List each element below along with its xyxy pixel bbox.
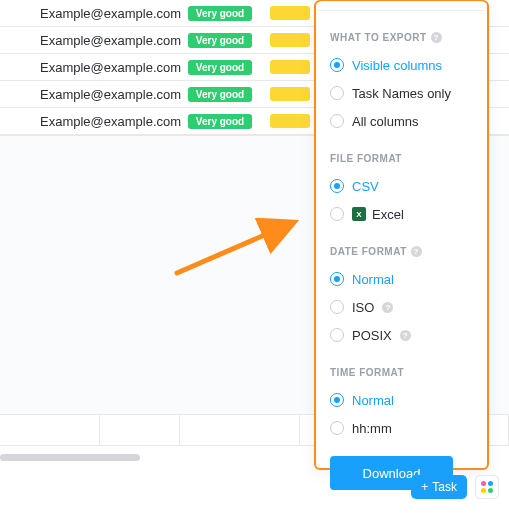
- panel-header-stub: [318, 1, 485, 11]
- radio-label: Excel: [372, 207, 404, 222]
- section-time-format: TIME FORMAT: [330, 367, 477, 378]
- cell-status: Very good: [175, 6, 265, 21]
- radio-label: ISO: [352, 300, 374, 315]
- cell-color: [270, 33, 310, 47]
- radio-icon: [330, 58, 344, 72]
- plus-icon: +: [421, 480, 428, 494]
- radio-icon: [330, 328, 344, 342]
- radio-visible-columns[interactable]: Visible columns: [330, 51, 477, 79]
- radio-icon: [330, 421, 344, 435]
- radio-label: hh:mm: [352, 421, 392, 436]
- radio-time-hhmm[interactable]: hh:mm: [330, 414, 477, 442]
- bottom-controls: + Task: [411, 475, 499, 499]
- section-date-format: DATE FORMAT ?: [330, 246, 477, 257]
- section-label-text: TIME FORMAT: [330, 367, 404, 378]
- radio-label: All columns: [352, 114, 418, 129]
- help-icon[interactable]: ?: [382, 302, 393, 313]
- cell-color: [270, 114, 310, 128]
- radio-label: Task Names only: [352, 86, 451, 101]
- section-label-text: DATE FORMAT: [330, 246, 407, 257]
- status-badge: Very good: [188, 60, 252, 75]
- radio-task-names-only[interactable]: Task Names only: [330, 79, 477, 107]
- footer-cell: [100, 414, 180, 446]
- cell-status: Very good: [175, 87, 265, 102]
- radio-icon: [330, 272, 344, 286]
- radio-label: CSV: [352, 179, 379, 194]
- cell-email[interactable]: Example@example.com: [0, 60, 175, 75]
- section-label-text: FILE FORMAT: [330, 153, 402, 164]
- radio-csv[interactable]: CSV: [330, 172, 477, 200]
- radio-icon: [330, 393, 344, 407]
- cell-email[interactable]: Example@example.com: [0, 33, 175, 48]
- radio-date-iso[interactable]: ISO ?: [330, 293, 477, 321]
- cell-status: Very good: [175, 33, 265, 48]
- status-badge: Very good: [188, 114, 252, 129]
- cell-email[interactable]: Example@example.com: [0, 6, 175, 21]
- footer-cell: [0, 414, 100, 446]
- radio-label: Normal: [352, 272, 394, 287]
- help-icon[interactable]: ?: [411, 246, 422, 257]
- apps-button[interactable]: [475, 475, 499, 499]
- status-badge: Very good: [188, 6, 252, 21]
- section-what-to-export: WHAT TO EXPORT ?: [330, 32, 477, 43]
- task-button-label: Task: [432, 480, 457, 494]
- status-badge: Very good: [188, 33, 252, 48]
- help-icon[interactable]: ?: [400, 330, 411, 341]
- radio-icon: [330, 179, 344, 193]
- radio-icon: [330, 86, 344, 100]
- radio-all-columns[interactable]: All columns: [330, 107, 477, 135]
- section-file-format: FILE FORMAT: [330, 153, 477, 164]
- cell-color: [270, 6, 310, 20]
- radio-excel[interactable]: X Excel: [330, 200, 477, 228]
- horizontal-scrollbar[interactable]: [0, 454, 140, 461]
- apps-grid-icon: [481, 481, 493, 493]
- radio-label: Visible columns: [352, 58, 442, 73]
- cell-email[interactable]: Example@example.com: [0, 87, 175, 102]
- radio-label: Normal: [352, 393, 394, 408]
- section-label-text: WHAT TO EXPORT: [330, 32, 427, 43]
- cell-color: [270, 60, 310, 74]
- radio-label: POSIX: [352, 328, 392, 343]
- cell-status: Very good: [175, 114, 265, 129]
- footer-cell: [180, 414, 300, 446]
- cell-color: [270, 87, 310, 101]
- radio-date-normal[interactable]: Normal: [330, 265, 477, 293]
- cell-email[interactable]: Example@example.com: [0, 114, 175, 129]
- radio-icon: [330, 207, 344, 221]
- new-task-button[interactable]: + Task: [411, 475, 467, 499]
- radio-icon: [330, 300, 344, 314]
- export-panel: WHAT TO EXPORT ? Visible columns Task Na…: [314, 0, 489, 470]
- radio-date-posix[interactable]: POSIX ?: [330, 321, 477, 349]
- cell-status: Very good: [175, 60, 265, 75]
- status-badge: Very good: [188, 87, 252, 102]
- radio-icon: [330, 114, 344, 128]
- radio-time-normal[interactable]: Normal: [330, 386, 477, 414]
- help-icon[interactable]: ?: [431, 32, 442, 43]
- excel-icon: X: [352, 207, 366, 221]
